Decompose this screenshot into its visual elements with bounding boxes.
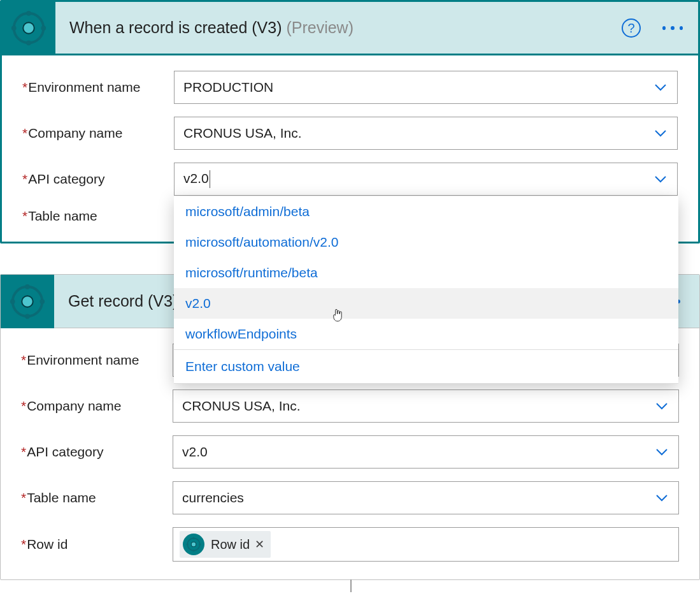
dropdown-option[interactable]: workflowEndpoints [174,319,678,349]
chevron-down-icon [653,126,668,141]
label-company: *Company name [21,398,173,414]
required-marker: * [21,398,26,413]
dropdown-company-value: CRONUS USA, Inc. [182,398,654,414]
dropdown-environment[interactable]: PRODUCTION [174,71,678,104]
dropdown-api-category-value: v2.0 [183,170,653,188]
required-marker: * [21,490,26,505]
connector-line [350,579,352,592]
svg-point-2 [26,10,31,15]
dropdown-option[interactable]: microsoft/automation/v2.0 [174,227,678,258]
dropdown-custom-value[interactable]: Enter custom value [174,350,678,383]
dropdown-api-category-value: v2.0 [182,444,654,460]
svg-point-11 [10,299,15,304]
dropdown-company-value: CRONUS USA, Inc. [183,126,653,141]
label-company: *Company name [22,126,174,141]
more-icon[interactable] [660,15,685,41]
business-central-icon [9,8,48,48]
dropdown-option[interactable]: microsoft/admin/beta [174,196,678,227]
chevron-down-icon [654,444,669,460]
svg-point-16 [192,549,194,551]
required-marker: * [22,80,27,94]
dropdown-api-category[interactable]: v2.0 [173,435,679,469]
trigger-card: When a record is created (V3) (Preview) … [0,0,700,243]
token-remove-icon[interactable]: ✕ [255,537,264,551]
chevron-down-icon [653,80,668,95]
svg-point-3 [41,25,46,31]
trigger-card-title-text: When a record is created (V3) [69,18,282,36]
row-table: *Table name currencies [21,481,679,514]
business-central-icon [8,282,47,321]
dropdown-api-category-list: microsoft/admin/beta microsoft/automatio… [174,196,678,384]
trigger-card-body: *Environment name PRODUCTION *Company na… [2,55,698,242]
dropdown-table[interactable]: currencies [173,481,679,514]
required-marker: * [22,126,27,140]
dropdown-environment-value: PRODUCTION [183,80,653,95]
row-api-category: *API category v2.0 [21,435,679,469]
action-card-title-text: Get record (V3) [68,292,178,310]
help-icon[interactable]: ? [622,18,641,38]
row-company: *Company name CRONUS USA, Inc. [22,117,678,150]
label-table: *Table name [21,490,173,505]
chevron-down-icon [654,398,669,414]
label-api-category: *API category [21,444,173,460]
svg-point-15 [199,543,201,545]
dropdown-api-category[interactable]: v2.0 [174,163,678,196]
dropdown-company[interactable]: CRONUS USA, Inc. [173,389,679,423]
connector-icon [2,1,55,55]
rowid-field[interactable]: Row id ✕ [173,527,679,562]
svg-point-4 [26,40,31,45]
svg-point-7 [22,296,32,307]
svg-point-10 [25,314,30,319]
required-marker: * [22,171,27,186]
svg-point-9 [39,299,45,304]
dropdown-table-value: currencies [182,490,654,505]
trigger-card-header[interactable]: When a record is created (V3) (Preview) … [2,2,698,55]
svg-point-14 [192,537,194,539]
label-row-id: *Row id [21,537,173,552]
preview-badge: (Preview) [286,18,354,36]
svg-point-13 [192,542,196,547]
label-api-category: *API category [22,171,174,187]
label-environment: *Environment name [21,353,173,368]
chevron-down-icon [653,171,668,187]
chevron-down-icon [654,490,669,505]
required-marker: * [21,444,26,459]
row-api-category: *API category v2.0 microsoft/admin/beta … [22,163,678,196]
row-environment: *Environment name PRODUCTION [22,71,678,104]
dropdown-option-hover[interactable]: v2.0 [174,288,678,319]
dynamic-token[interactable]: Row id ✕ [180,531,271,558]
row-row-id: *Row id [21,527,679,562]
required-marker: * [22,208,27,223]
dropdown-option[interactable]: microsoft/runtime/beta [174,258,678,288]
required-marker: * [21,353,26,367]
required-marker: * [21,537,26,551]
svg-point-5 [11,25,17,31]
business-central-icon [183,534,204,555]
connector-icon [1,275,54,328]
row-company: *Company name CRONUS USA, Inc. [21,389,679,423]
svg-point-1 [24,23,34,33]
trigger-card-title: When a record is created (V3) (Preview) [69,18,622,37]
dropdown-company[interactable]: CRONUS USA, Inc. [174,117,678,150]
token-label: Row id [211,537,250,552]
label-table: *Table name [22,208,174,224]
svg-point-8 [25,284,30,289]
label-environment: *Environment name [22,80,174,95]
svg-point-17 [187,543,189,545]
